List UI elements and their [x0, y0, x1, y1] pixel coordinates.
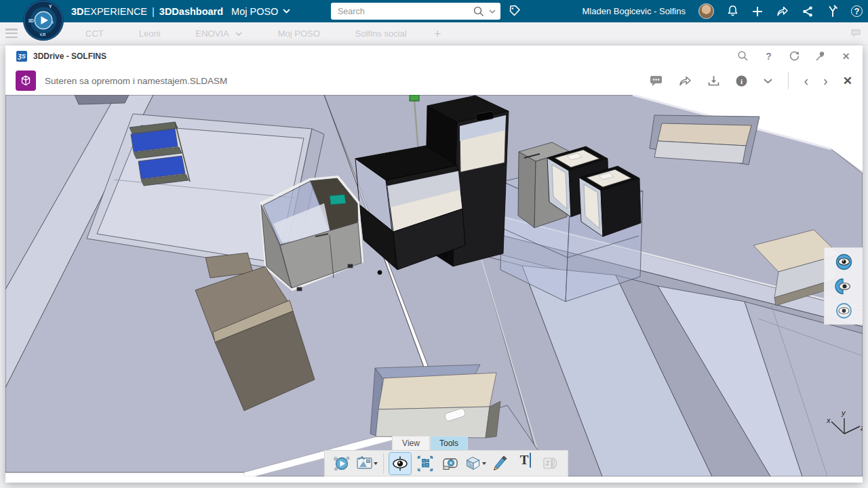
avatar[interactable] — [698, 3, 714, 19]
close-icon[interactable]: ✕ — [840, 50, 852, 62]
dashboard-name: Moj POSO — [231, 6, 278, 17]
viewer-toolbar-buttons: T — [324, 450, 568, 476]
section-dropdown-caret[interactable] — [482, 462, 486, 465]
eye-half-icon[interactable] — [833, 276, 854, 296]
tab-tools[interactable]: Tools — [430, 436, 468, 450]
markup-icon — [492, 455, 509, 472]
visibility-panel — [824, 247, 863, 325]
svg-text:3D: 3D — [28, 18, 35, 23]
toolbar-separator — [383, 453, 384, 474]
tab-solfins-social[interactable]: Solfins social — [338, 28, 425, 39]
dashboard-tab-bar: CCT Leoni ENOVIA Moj POSO Solfins social… — [0, 22, 868, 45]
compare-icon — [542, 455, 559, 472]
3ddrive-app-icon: ƷS — [16, 51, 27, 62]
viewer-toolbar-tabs: View Tools — [392, 436, 568, 450]
window-header: ƷS 3DDrive - SOLFINS ? ✕ — [5, 45, 863, 66]
search-scope-chevron-icon[interactable] — [488, 9, 496, 14]
tab-view[interactable]: View — [392, 436, 430, 450]
snapshot-dropdown-caret[interactable] — [374, 462, 378, 465]
global-search[interactable] — [331, 3, 500, 20]
brand-divider: | — [152, 6, 155, 17]
snapshot-button[interactable] — [356, 453, 378, 474]
tab-cct[interactable]: CCT — [68, 28, 121, 39]
help-icon[interactable]: ? — [763, 50, 774, 62]
assembly-document-icon — [16, 70, 36, 91]
measure-button[interactable] — [439, 453, 461, 474]
model-underfloor-cabinet — [370, 365, 500, 438]
chevron-down-icon — [235, 31, 243, 37]
viewer-toolbar: View Tools — [324, 436, 568, 476]
compare-button[interactable] — [540, 453, 561, 474]
tag-icon[interactable] — [507, 3, 522, 18]
next-button[interactable]: › — [823, 74, 828, 87]
svg-text:Y: Y — [49, 4, 52, 9]
brand-3d: 3D — [71, 6, 84, 17]
comment-icon[interactable] — [850, 28, 861, 41]
markup-button[interactable] — [490, 453, 511, 474]
fit-all-button[interactable] — [414, 453, 436, 474]
tab-enovia[interactable]: ENOVIA — [178, 28, 260, 39]
add-icon[interactable] — [751, 5, 764, 18]
brand-experience: EXPERIENCE — [84, 6, 147, 17]
threeds-apps-icon[interactable] — [826, 5, 840, 18]
notifications-bell-icon[interactable] — [726, 5, 739, 18]
text-icon: T — [520, 453, 529, 468]
snapshot-icon — [356, 455, 372, 472]
text-cursor-icon — [530, 453, 531, 468]
search-icon[interactable] — [737, 50, 749, 62]
dashboard-tabs: CCT Leoni ENOVIA Moj POSO Solfins social… — [68, 22, 451, 45]
platform-top-bar: 3DEXPERIENCE | 3DDashboard Moj POSO Mlad… — [0, 0, 868, 22]
document-bar-icons: i ‹ › ✕ — [650, 66, 852, 95]
info-icon[interactable]: i — [735, 75, 748, 87]
close-icon[interactable]: ✕ — [843, 74, 852, 88]
play-3d-icon — [333, 455, 351, 472]
chevron-down-icon — [283, 9, 290, 14]
add-tab-button[interactable]: + — [425, 26, 451, 41]
divider — [788, 72, 789, 89]
eye-hidden-icon[interactable] — [833, 300, 854, 321]
3ddrive-window: ƷS 3DDrive - SOLFINS ? ✕ Suteren sa opre… — [5, 45, 863, 483]
svg-text:x: x — [826, 416, 831, 424]
chevron-down-icon[interactable] — [763, 78, 773, 84]
share-nodes-icon[interactable] — [801, 5, 814, 18]
pin-icon[interactable] — [814, 50, 826, 62]
svg-text:z: z — [860, 424, 863, 432]
document-bar: Suteren sa opremom i namestajem.SLDASM i… — [5, 66, 863, 95]
tab-leoni[interactable]: Leoni — [121, 28, 178, 39]
compass-logo[interactable]: 3D V,R Y i — [22, 0, 64, 41]
svg-text:V,R: V,R — [40, 33, 46, 37]
hamburger-menu-icon[interactable] — [5, 28, 18, 38]
tab-moj-poso[interactable]: Moj POSO — [260, 28, 338, 39]
eye-visible-icon[interactable] — [833, 251, 854, 272]
dashboard-switcher[interactable]: Moj POSO — [231, 6, 290, 17]
section-icon — [465, 455, 481, 472]
visibility-icon — [391, 455, 409, 472]
window-header-icons: ? ✕ — [737, 45, 852, 66]
visibility-button[interactable] — [389, 453, 411, 474]
3d-model-canvas[interactable]: x y z — [5, 95, 863, 476]
download-icon[interactable] — [707, 75, 720, 87]
document-title: Suteren sa opremom i namestajem.SLDASM — [45, 76, 227, 86]
measure-icon — [441, 455, 460, 472]
section-button[interactable] — [465, 453, 486, 474]
3d-viewport[interactable]: x y z View Tools — [5, 95, 863, 476]
search-input[interactable] — [338, 7, 473, 16]
play-3d-button[interactable] — [331, 453, 353, 474]
top-bar-right-cluster: Mladen Bogicevic - Solfins ? — [583, 0, 863, 22]
text-annotation-button[interactable]: T — [515, 453, 536, 474]
share-icon[interactable] — [678, 75, 692, 87]
refresh-icon[interactable] — [789, 50, 800, 62]
search-icon[interactable] — [473, 5, 485, 18]
svg-text:i: i — [741, 77, 743, 85]
fit-icon — [416, 455, 434, 472]
window-title: 3DDrive - SOLFINS — [33, 52, 106, 61]
user-name[interactable]: Mladen Bogicevic - Solfins — [583, 6, 686, 16]
model-cube-printer-2 — [579, 166, 641, 237]
comment-icon[interactable] — [650, 75, 663, 87]
brand: 3DEXPERIENCE | 3DDashboard Moj POSO — [71, 0, 290, 22]
share-arrow-icon[interactable] — [776, 5, 789, 18]
help-icon[interactable]: ? — [851, 5, 863, 17]
app-name: 3DDashboard — [159, 6, 223, 17]
previous-button[interactable]: ‹ — [804, 74, 808, 87]
